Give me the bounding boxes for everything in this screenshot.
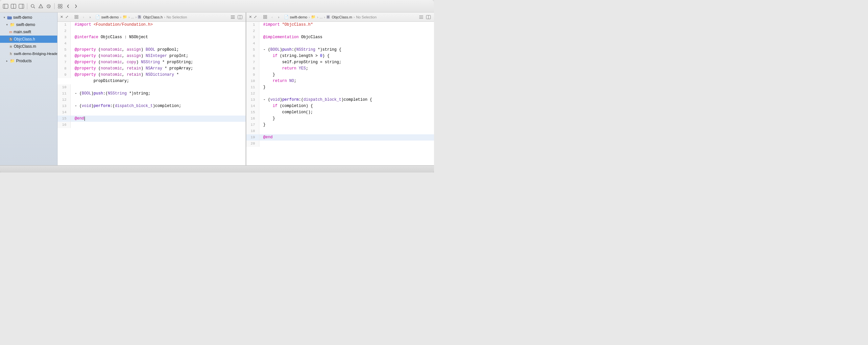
right-breadcrumb-project: swift-demo [290, 15, 307, 19]
left-filename: ObjcClass.h [143, 15, 162, 19]
h-file-icon: h [9, 37, 12, 41]
svg-rect-19 [77, 17, 78, 19]
products-folder-icon: 📁 [10, 59, 15, 63]
toolbar-sep-1 [27, 3, 27, 9]
sidebar-item-folder[interactable]: 📁 swift-demo [0, 21, 57, 28]
code-line: 9 propDictionary; [58, 78, 246, 84]
m-file-icon: m [9, 45, 12, 48]
code-line-active: 15 @end [58, 116, 246, 122]
svg-rect-11 [61, 4, 62, 6]
code-line: 3 @interface ObjcClass : NSObject [58, 34, 246, 40]
left-breadcrumb-sep3: › [135, 15, 137, 19]
warning-icon[interactable]: ! [38, 3, 44, 9]
left-file-badge: h [138, 15, 141, 19]
svg-rect-18 [75, 17, 76, 19]
code-line: 1 #import <Foundation/Foundation.h> [58, 22, 246, 28]
code-line: 9 } [246, 72, 434, 78]
left-editor-toolbar-right [230, 14, 243, 20]
left-breadcrumb-sep2: › [129, 15, 130, 19]
folder-triangle [5, 23, 8, 26]
code-line: 2 [58, 28, 246, 34]
code-line: 13 - (void)perform:(dispatch_block_t)com… [246, 97, 434, 103]
left-breadcrumb-sep1: › [120, 15, 121, 19]
code-line: 8 return YES; [246, 65, 434, 72]
right-close-button[interactable]: ✕ [249, 15, 252, 19]
svg-text:!: ! [40, 5, 41, 7]
code-line: 20 [246, 141, 434, 147]
sidebar-item-main-swift[interactable]: m main.swift [0, 28, 57, 35]
svg-rect-12 [58, 7, 60, 8]
svg-rect-27 [264, 17, 265, 19]
right-menu-icon[interactable] [418, 14, 424, 20]
left-expand-icon[interactable]: ⤢ [64, 15, 69, 20]
svg-rect-25 [264, 15, 265, 17]
left-split-icon[interactable] [237, 14, 243, 20]
left-close-button[interactable]: ✕ [60, 15, 63, 19]
svg-rect-26 [265, 15, 267, 17]
svg-line-7 [34, 7, 35, 8]
left-code-area[interactable]: 1 #import <Foundation/Foundation.h> 2 3 … [58, 22, 246, 165]
sidebar-toggle-icon[interactable] [3, 3, 8, 9]
left-forward-nav[interactable]: › [88, 15, 93, 20]
right-expand-icon[interactable]: ⤢ [253, 15, 258, 20]
code-line: 1 #import "ObjcClass.h" [246, 22, 434, 28]
sidebar-item-products[interactable]: 📁 Products [0, 57, 57, 64]
code-line: 16 } [246, 116, 434, 122]
sidebar-item-objcclass-m[interactable]: m ObjcClass.m [0, 43, 57, 50]
left-breadcrumb-sep4: › [164, 15, 165, 19]
right-selection: No Selection [356, 15, 376, 19]
left-menu-icon[interactable] [230, 14, 236, 20]
left-breadcrumb-file-icon: 📄 [95, 15, 100, 19]
forward-icon[interactable] [73, 3, 79, 9]
assistant-toggle-icon[interactable] [19, 3, 24, 9]
grid-icon[interactable] [57, 3, 63, 9]
right-split-icon[interactable] [426, 14, 431, 20]
code-line: 16 [58, 122, 246, 128]
code-line: 7 self.propString = string; [246, 59, 434, 65]
sidebar-item-objcclass-h[interactable]: h ObjcClass.h [0, 35, 57, 43]
products-triangle [5, 59, 8, 62]
toolbar-sep-2 [54, 3, 55, 9]
sidebar: swift-demo 📁 swift-demo m main.swift h O… [0, 12, 58, 165]
code-line: 12 [58, 97, 246, 103]
right-breadcrumb-sep2: › [317, 15, 318, 19]
code-line: 11 - (BOOL)push:(NSString *)string; [58, 90, 246, 97]
swift-file-icon: m [9, 30, 12, 34]
right-forward-nav[interactable]: › [276, 15, 281, 20]
right-breadcrumb-sep4: › [353, 15, 355, 19]
code-line-active: 19 @end [246, 134, 434, 141]
right-code-area[interactable]: 1 #import "ObjcClass.h" 2 3 @implementat… [246, 22, 434, 165]
left-editor-grid-icon[interactable] [74, 14, 80, 20]
code-line: 6 @property (nonatomic, assign) NSIntege… [58, 53, 246, 59]
sidebar-item-bridging-header[interactable]: h swift-demo-Bridging-Header.h [0, 50, 57, 57]
code-line: 3 @implementation ObjcClass [246, 34, 434, 40]
objcclass-m-label: ObjcClass.m [14, 44, 36, 49]
right-back-nav[interactable]: ‹ [270, 15, 275, 20]
right-breadcrumb-sep3: › [324, 15, 325, 19]
main-swift-label: main.swift [13, 30, 31, 34]
code-line: 4 [246, 40, 434, 47]
code-line: 8 @property (nonatomic, retain) NSArray … [58, 65, 246, 72]
right-editor-pane: ✕ ⤢ ‹ › 📄 swift-demo [246, 12, 434, 165]
svg-rect-16 [75, 15, 76, 17]
code-line: 9 @property (nonatomic, retain) NSDictio… [58, 72, 246, 78]
editor-toggle-icon[interactable] [10, 3, 17, 9]
svg-rect-15 [7, 16, 9, 17]
objcclass-h-label: ObjcClass.h [14, 37, 35, 41]
right-breadcrumb-file-icon: 📄 [284, 15, 289, 19]
svg-rect-10 [58, 4, 60, 6]
left-breadcrumb-project: swift-demo [101, 15, 119, 19]
svg-rect-4 [19, 4, 24, 8]
sidebar-item-project-root[interactable]: swift-demo [0, 14, 57, 21]
status-bar [0, 165, 434, 173]
right-editor-grid-icon[interactable] [262, 14, 268, 20]
svg-rect-17 [77, 15, 78, 17]
svg-point-6 [31, 4, 34, 7]
nav-history-icon[interactable] [46, 3, 52, 9]
left-breadcrumb-dots: ... [131, 15, 134, 19]
search-icon[interactable] [30, 3, 36, 9]
code-line: 14 if (completion) { [246, 103, 434, 109]
back-icon[interactable] [65, 3, 71, 9]
right-filename: ObjcClass.m [332, 15, 352, 19]
left-back-nav[interactable]: ‹ [81, 15, 86, 20]
